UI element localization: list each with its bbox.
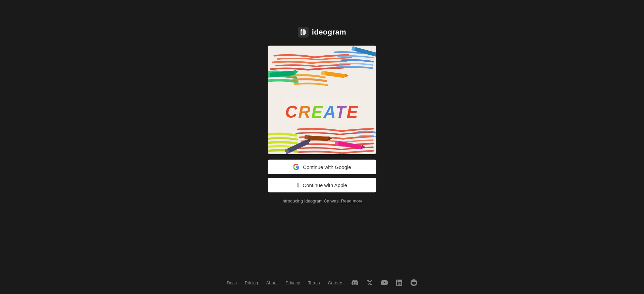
continue-with-apple-button[interactable]:  Continue with Apple — [268, 178, 376, 192]
google-icon — [293, 164, 300, 170]
intro-text: Introducing Ideogram Canvas. Read more — [281, 198, 363, 203]
footer-links: Docs Pricing About Privacy Terms Careers — [227, 279, 417, 286]
logo-text: ideogram — [312, 28, 346, 37]
svg-rect-8 — [321, 71, 325, 75]
footer-link-privacy[interactable]: Privacy — [286, 280, 300, 285]
svg-text:CREATE: CREATE — [285, 103, 359, 121]
read-more-link[interactable]: Read more — [341, 198, 363, 203]
reddit-icon[interactable] — [411, 279, 417, 286]
footer-link-about[interactable]: About — [266, 280, 278, 285]
footer-link-docs[interactable]: Docs — [227, 280, 237, 285]
ideogram-logo-icon — [298, 27, 309, 38]
footer-link-terms[interactable]: Terms — [308, 280, 320, 285]
svg-rect-5 — [268, 73, 270, 78]
continue-with-google-button[interactable]: Continue with Google — [268, 160, 376, 174]
footer-link-pricing[interactable]: Pricing — [245, 280, 258, 285]
logo-container: ideogram — [298, 27, 346, 38]
apple-button-label: Continue with Apple — [303, 182, 347, 188]
svg-rect-20 — [305, 135, 308, 139]
discord-icon[interactable] — [352, 279, 358, 286]
google-button-label: Continue with Google — [303, 164, 351, 170]
intro-text-body: Introducing Ideogram Canvas. — [281, 198, 340, 203]
hero-image: CREATE — [268, 46, 376, 154]
footer: Docs Pricing About Privacy Terms Careers — [0, 273, 644, 294]
apple-icon:  — [297, 182, 299, 188]
main-container: ideogram — [0, 0, 644, 203]
linkedin-icon[interactable] — [396, 279, 402, 286]
footer-link-careers[interactable]: Careers — [328, 280, 343, 285]
youtube-icon[interactable] — [381, 279, 388, 286]
x-twitter-icon[interactable] — [366, 279, 373, 286]
